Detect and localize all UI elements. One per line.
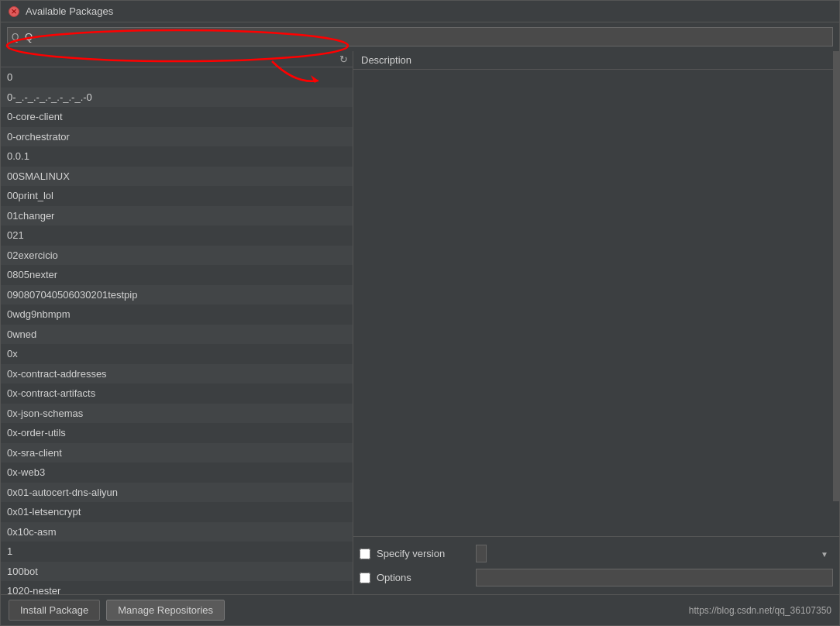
install-package-button[interactable]: Install Package bbox=[9, 600, 100, 621]
options-input[interactable] bbox=[476, 569, 833, 586]
list-item[interactable]: 1 bbox=[1, 542, 353, 562]
list-item[interactable]: 0wned bbox=[1, 325, 353, 345]
right-panel: Description Specify version ▼ bbox=[353, 51, 839, 594]
status-url: https://blog.csdn.net/qq_36107350 bbox=[231, 605, 831, 616]
refresh-button[interactable]: ↻ bbox=[335, 51, 353, 67]
list-item[interactable]: 0-orchestrator bbox=[1, 127, 353, 147]
list-item[interactable]: 0x-contract-addresses bbox=[1, 364, 353, 384]
list-item[interactable]: 01changer bbox=[1, 206, 353, 226]
list-item[interactable]: 0x-json-schemas bbox=[1, 404, 353, 424]
refresh-icon: ↻ bbox=[339, 53, 348, 65]
list-item[interactable]: 0805nexter bbox=[1, 265, 353, 285]
version-select-wrapper: ▼ bbox=[476, 545, 833, 562]
options-label: Options bbox=[377, 572, 470, 583]
main-content: Q ↻ bbox=[1, 22, 839, 625]
select-arrow-icon: ▼ bbox=[821, 549, 828, 558]
specify-version-row: Specify version ▼ bbox=[360, 542, 833, 566]
list-item[interactable]: 100bot bbox=[1, 562, 353, 582]
list-item[interactable]: 1020-nester bbox=[1, 581, 353, 594]
search-container: Q bbox=[7, 27, 833, 46]
options-area: Specify version ▼ Options bbox=[353, 536, 839, 594]
list-item[interactable]: 02exercicio bbox=[1, 246, 353, 266]
options-row: Options bbox=[360, 566, 833, 590]
list-item[interactable]: 021 bbox=[1, 225, 353, 246]
window-title: Available Packages bbox=[26, 5, 113, 17]
close-button[interactable]: × bbox=[9, 6, 19, 17]
version-select[interactable] bbox=[476, 545, 487, 562]
search-input[interactable] bbox=[7, 27, 833, 46]
title-bar: × Available Packages bbox=[1, 1, 839, 22]
list-header: ↻ bbox=[1, 51, 353, 67]
list-item[interactable]: 00print_lol bbox=[1, 186, 353, 206]
list-item[interactable]: 0.0.1 bbox=[1, 146, 353, 167]
package-list[interactable]: 00-_.-_.-_.-_.-_.-_.-00-core-client0-orc… bbox=[1, 67, 353, 594]
specify-version-label: Specify version bbox=[377, 548, 470, 559]
list-item[interactable]: 090807040506030201testpip bbox=[1, 285, 353, 305]
list-item[interactable]: 0 bbox=[1, 67, 353, 88]
search-bar-area: Q bbox=[1, 22, 839, 51]
description-label: Description bbox=[353, 51, 839, 70]
right-scrollbar[interactable] bbox=[833, 51, 839, 501]
list-item[interactable]: 0x01-letsencrypt bbox=[1, 502, 353, 522]
close-icon: × bbox=[11, 5, 17, 17]
list-item[interactable]: 00SMALINUX bbox=[1, 167, 353, 187]
description-content bbox=[353, 70, 839, 536]
list-item[interactable]: 0x-order-utils bbox=[1, 423, 353, 443]
list-item[interactable]: 0x-web3 bbox=[1, 463, 353, 483]
left-panel: ↻ 00-_.-_.-_.-_.-_.-_.-00-core-client0-o… bbox=[1, 51, 353, 594]
list-item[interactable]: 0x01-autocert-dns-aliyun bbox=[1, 483, 353, 503]
list-item[interactable]: 0x-sra-client bbox=[1, 443, 353, 463]
options-checkbox[interactable] bbox=[360, 573, 370, 583]
list-item[interactable]: 0wdg9nbmpm bbox=[1, 304, 353, 325]
panels: ↻ 00-_.-_.-_.-_.-_.-_.-00-core-client0-o… bbox=[1, 51, 839, 594]
list-item[interactable]: 0-core-client bbox=[1, 107, 353, 127]
list-item[interactable]: 0x-contract-artifacts bbox=[1, 384, 353, 404]
list-item[interactable]: 0x bbox=[1, 344, 353, 364]
main-window: × Available Packages Q bbox=[0, 0, 840, 626]
list-item[interactable]: 0x10c-asm bbox=[1, 522, 353, 542]
list-item[interactable]: 0-_.-_.-_.-_.-_.-_.-0 bbox=[1, 88, 353, 108]
manage-repositories-button[interactable]: Manage Repositories bbox=[106, 600, 225, 621]
specify-version-checkbox[interactable] bbox=[360, 549, 370, 559]
search-icon: Q bbox=[12, 32, 19, 43]
bottom-bar: Install Package Manage Repositories http… bbox=[1, 594, 839, 625]
